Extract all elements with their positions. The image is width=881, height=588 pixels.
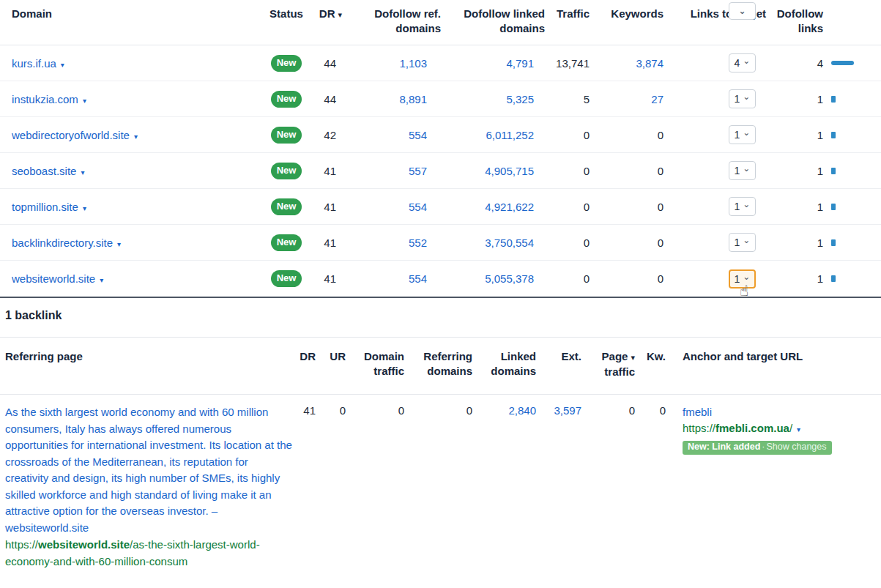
domain-link[interactable]: webdirectoryofworld.site — [12, 129, 130, 141]
col-header-keywords: Keywords — [590, 0, 665, 21]
dofollow-links-bar — [831, 204, 836, 210]
links-to-target-select[interactable]: 1⌄ — [729, 197, 756, 216]
chevron-down-icon[interactable]: ▾ — [83, 204, 86, 212]
chevron-down-icon[interactable]: ▾ — [61, 61, 64, 69]
dofollow-links-bar — [831, 96, 836, 103]
traffic-value: 0 — [545, 165, 590, 177]
chevron-down-icon[interactable]: ▾ — [83, 97, 86, 105]
links-to-target-select[interactable]: 1⌄ — [729, 89, 756, 108]
dofollow-linked-domains-link[interactable]: 4,905,715 — [485, 165, 534, 177]
dr-value: 44 — [308, 57, 342, 70]
col-header-dr-label: DR — [319, 7, 335, 20]
chevron-down-icon: ⌄ — [743, 56, 750, 66]
col-header-dofollow-linked-domains: Dofollow linked domains — [441, 0, 545, 36]
domain-link[interactable]: backlinkdirectory.site — [12, 237, 113, 249]
table-row: websiteworld.site▾ New 41 554 5,055,378 … — [0, 261, 881, 297]
dofollow-ref-domains-link[interactable]: 8,891 — [399, 93, 427, 105]
col-header-traffic-label: traffic — [581, 365, 635, 379]
domain-link[interactable]: instukzia.com — [12, 93, 78, 105]
table-row: backlinkdirectory.site▾ New 41 552 3,750… — [0, 225, 881, 261]
dofollow-linked-domains-link[interactable]: 4,791 — [506, 57, 534, 70]
url-scheme: https:// — [5, 538, 38, 551]
links-to-target-select[interactable]: 1⌄ — [729, 233, 756, 252]
dofollow-ref-domains-link[interactable]: 1,103 — [399, 57, 427, 70]
dofollow-links-value: 1 — [767, 129, 823, 141]
badge-separator: · — [762, 442, 765, 452]
domain-link[interactable]: kurs.if.ua — [12, 57, 56, 70]
chevron-down-icon[interactable]: ▾ — [134, 133, 138, 141]
ur-value: 0 — [316, 404, 346, 417]
dofollow-links-value: 1 — [767, 237, 823, 249]
col-header-dr[interactable]: DR▾ — [308, 0, 342, 22]
linked-domains-link[interactable]: 2,840 — [508, 404, 536, 417]
referring-page-url-link[interactable]: https://websiteworld.site/as-the-sixth-l… — [5, 537, 293, 570]
dofollow-ref-domains-link[interactable]: 554 — [409, 201, 427, 213]
dofollow-ref-domains-link[interactable]: 557 — [409, 165, 427, 177]
col-header-dr: DR — [293, 338, 316, 364]
show-changes-link[interactable]: Show changes — [767, 442, 827, 452]
traffic-value: 13,741 — [545, 57, 590, 70]
url-path: / — [789, 422, 792, 434]
dofollow-linked-domains-link[interactable]: 4,921,622 — [485, 201, 534, 213]
domain-link[interactable]: topmillion.site — [12, 201, 78, 213]
dr-value: 41 — [308, 237, 342, 249]
ext-links-link[interactable]: 3,597 — [554, 404, 581, 417]
chevron-down-icon: ⌄ — [743, 92, 750, 102]
keywords-link[interactable]: 3,874 — [636, 57, 663, 70]
col-header-links-to-target: Links to target ⌄ — [665, 0, 767, 21]
select-value: 1 — [735, 93, 740, 105]
dofollow-ref-domains-link[interactable]: 554 — [409, 272, 427, 285]
referring-page-title-link[interactable]: As the sixth largest world economy and w… — [5, 404, 293, 536]
keywords-value: 0 — [590, 272, 665, 285]
links-to-target-select[interactable]: 4⌄ — [729, 53, 756, 72]
col-header-domain: Domain — [0, 0, 265, 21]
links-to-target-select[interactable]: 1⌄ — [729, 269, 756, 289]
chevron-down-icon: ⌄ — [743, 163, 750, 174]
dofollow-links-value: 1 — [767, 201, 823, 213]
col-header-linked-domains: Linked domains — [472, 338, 536, 379]
links-to-target-select[interactable]: 1⌄ — [729, 125, 756, 144]
url-domain: fmebli.com.ua — [715, 422, 789, 434]
backlinks-table: Referring page DR UR Domain traffic Refe… — [0, 338, 881, 570]
dr-value: 41 — [308, 272, 342, 285]
links-to-target-select-partial[interactable]: ⌄ — [729, 2, 756, 20]
dofollow-links-bar — [831, 239, 836, 246]
backlink-count-heading: 1 backlink — [0, 298, 881, 338]
dofollow-ref-domains-link[interactable]: 554 — [409, 129, 427, 141]
domains-table: Domain Status DR▾ Dofollow ref. domains … — [0, 0, 881, 298]
target-url-link[interactable]: https://fmebli.com.ua/ — [683, 422, 792, 434]
select-value: 1 — [735, 129, 740, 141]
dr-value: 41 — [308, 165, 342, 177]
referring-domains-value: 0 — [404, 404, 472, 417]
chevron-down-icon[interactable]: ▾ — [100, 276, 103, 284]
chevron-down-icon[interactable]: ▾ — [797, 425, 800, 433]
chevron-down-icon[interactable]: ▾ — [81, 168, 84, 176]
select-value: 1 — [735, 165, 740, 176]
chevron-down-icon: ⌄ — [738, 4, 746, 18]
dofollow-linked-domains-link[interactable]: 3,750,554 — [485, 237, 534, 249]
dofollow-links-value: 1 — [767, 93, 823, 105]
keywords-link[interactable]: 27 — [651, 93, 663, 105]
traffic-value: 0 — [545, 129, 590, 141]
links-to-target-select[interactable]: 1⌄ — [729, 161, 756, 180]
keywords-value: 0 — [590, 129, 665, 141]
status-badge: New — [271, 127, 302, 144]
dofollow-ref-domains-link[interactable]: 552 — [409, 237, 427, 249]
domain-link[interactable]: websiteworld.site — [12, 272, 95, 285]
page-traffic-value: 0 — [581, 404, 635, 417]
chevron-down-icon[interactable]: ▾ — [117, 240, 121, 248]
backlinks-table-header: Referring page DR UR Domain traffic Refe… — [0, 338, 881, 395]
kw-value: 0 — [635, 404, 666, 417]
dofollow-linked-domains-link[interactable]: 6,011,252 — [486, 129, 534, 141]
url-domain: websiteworld.site — [38, 538, 130, 551]
domains-table-header: Domain Status DR▾ Dofollow ref. domains … — [0, 0, 881, 45]
col-header-traffic: Traffic — [545, 0, 590, 21]
col-header-page-traffic[interactable]: Page▾ traffic — [581, 338, 635, 379]
dofollow-linked-domains-link[interactable]: 5,325 — [506, 93, 534, 105]
chevron-down-icon: ⌄ — [743, 235, 750, 245]
dofollow-links-bar — [831, 275, 836, 282]
domain-link[interactable]: seoboast.site — [12, 165, 76, 177]
anchor-text-link[interactable]: fmebli — [683, 404, 712, 420]
col-header-dofollow-ref-domains: Dofollow ref. domains — [342, 0, 441, 36]
dofollow-linked-domains-link[interactable]: 5,055,378 — [485, 272, 534, 285]
